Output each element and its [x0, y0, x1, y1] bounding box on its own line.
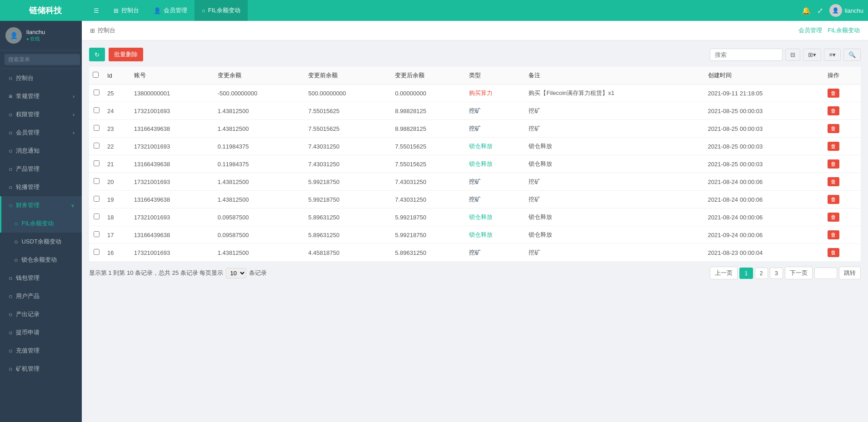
row-delete-button[interactable]: 🗑	[828, 248, 839, 257]
user-info[interactable]: 👤 lianchu	[829, 4, 863, 17]
row-checkbox[interactable]	[94, 160, 100, 166]
col-created: 创建时间	[704, 67, 824, 84]
bell-icon[interactable]: 🔔	[802, 6, 811, 15]
sidebar-item-fil-balance[interactable]: ○ FIL余额变动	[0, 214, 82, 233]
row-checkbox[interactable]	[94, 143, 100, 149]
select-all-checkbox[interactable]	[93, 72, 99, 78]
row-type: 挖矿	[465, 244, 525, 262]
sidebar-item-user-products[interactable]: ○ 用户产品	[0, 287, 82, 305]
refresh-button[interactable]: ↻	[89, 48, 105, 61]
circle-icon: ○	[9, 129, 12, 136]
table-row: 24 17321001693 1.43812500 7.55015625 8.9…	[89, 102, 861, 120]
sidebar-item-carousel[interactable]: ○ 轮播管理	[0, 178, 82, 196]
brand-logo: 链储科技	[5, 5, 86, 16]
column-settings-button[interactable]: ⊟	[785, 49, 800, 61]
row-id: 20	[104, 173, 130, 191]
sidebar-item-permissions[interactable]: ○ 权限管理 ›	[0, 105, 82, 124]
toolbar-right: ⊟ ⊞▾ ≡▾ 🔍	[710, 49, 861, 61]
row-delete-button[interactable]: 🗑	[828, 230, 839, 239]
sidebar-item-recharge[interactable]: ○ 充值管理	[0, 342, 82, 360]
sidebar-item-dashboard[interactable]: ○ 控制台	[0, 69, 82, 87]
chevron-icon: ∨	[71, 203, 75, 209]
type-badge: 挖矿	[469, 178, 481, 185]
toolbar-left: ↻ 批量删除	[89, 48, 143, 61]
nav-item-fil[interactable]: ○ FIL余额变动	[195, 0, 248, 21]
row-delete-button[interactable]: 🗑	[828, 124, 839, 133]
sidebar-item-wallet[interactable]: ○ 钱包管理	[0, 269, 82, 287]
row-remark: 购买【Filecoin满存算力租赁】x1	[525, 84, 704, 102]
type-badge: 挖矿	[469, 107, 481, 114]
page-1-button[interactable]: 1	[739, 268, 753, 279]
row-checkbox[interactable]	[94, 231, 100, 237]
nav-fil-label: FIL余额变动	[208, 6, 240, 15]
table-row: 18 17321001693 0.09587500 5.89631250 5.9…	[89, 209, 861, 226]
row-after: 5.89631250	[391, 244, 465, 262]
sidebar-item-member-mgmt[interactable]: ○ 会员管理 ›	[0, 124, 82, 142]
sidebar-item-miners[interactable]: ○ 矿机管理	[0, 360, 82, 378]
row-checkbox[interactable]	[94, 213, 100, 219]
row-checkbox[interactable]	[94, 125, 100, 131]
row-remark: 锁仓释放	[525, 155, 704, 173]
prev-page-button[interactable]: 上一页	[710, 267, 738, 279]
chevron-icon: ›	[73, 94, 75, 99]
row-checkbox[interactable]	[94, 89, 100, 95]
row-delete-button[interactable]: 🗑	[828, 177, 839, 186]
sidebar-avatar: 👤	[5, 27, 22, 44]
sidebar-item-notifications[interactable]: ○ 消息通知	[0, 142, 82, 160]
page-2-button[interactable]: 2	[755, 268, 768, 279]
view-toggle-button[interactable]: ⊞▾	[803, 49, 821, 61]
row-type: 锁仓释放	[465, 138, 525, 155]
next-page-button[interactable]: 下一页	[785, 267, 813, 279]
sidebar-item-produce-records[interactable]: ○ 产出记录	[0, 305, 82, 323]
row-type: 挖矿	[465, 120, 525, 138]
jump-button[interactable]: 跳转	[839, 267, 861, 279]
jump-input[interactable]	[814, 268, 837, 279]
row-change: 0.11984375	[214, 155, 304, 173]
table-row: 25 13800000001 -500.00000000 500.0000000…	[89, 84, 861, 102]
circle-icon: ○	[9, 311, 12, 318]
row-checkbox[interactable]	[94, 249, 100, 255]
menu-icon: ☰	[94, 7, 99, 14]
sidebar-search-input[interactable]	[5, 54, 80, 65]
sidebar-item-usdt-balance[interactable]: ○ USDT余额变动	[0, 233, 82, 251]
type-badge: 挖矿	[469, 125, 481, 132]
row-checkbox[interactable]	[94, 196, 100, 202]
breadcrumb-members-link[interactable]: 会员管理	[798, 26, 822, 35]
toolbar: ↻ 批量删除 ⊟ ⊞▾ ≡▾ 🔍	[89, 48, 861, 61]
row-id: 18	[104, 209, 130, 226]
row-delete-button[interactable]: 🗑	[828, 142, 839, 151]
circle-icon: ○	[9, 202, 12, 209]
sidebar-item-finance[interactable]: ○ 财务管理 ∨	[0, 196, 82, 214]
row-delete-button[interactable]: 🗑	[828, 106, 839, 115]
row-delete-button[interactable]: 🗑	[828, 213, 839, 222]
row-remark: 锁仓释放	[525, 138, 704, 155]
sidebar-item-withdraw[interactable]: ○ 提币申请	[0, 323, 82, 342]
row-id: 24	[104, 102, 130, 120]
row-action: 🗑	[824, 226, 861, 244]
row-delete-button[interactable]: 🗑	[828, 89, 839, 98]
row-checkbox[interactable]	[94, 107, 100, 113]
page-size-select[interactable]: 10 20 50	[226, 268, 246, 278]
row-delete-button[interactable]: 🗑	[828, 195, 839, 204]
sidebar-item-products[interactable]: ○ 产品管理	[0, 160, 82, 178]
table-search-input[interactable]	[710, 49, 783, 61]
nav-item-menu[interactable]: ☰	[86, 0, 106, 21]
sidebar-search-box: 🔍	[0, 50, 82, 69]
nav-item-members[interactable]: 👤 会员管理	[146, 0, 195, 21]
row-delete-button[interactable]: 🗑	[828, 159, 839, 169]
batch-delete-button[interactable]: 批量删除	[109, 48, 143, 61]
table-row: 20 17321001693 1.43812500 5.99218750 7.4…	[89, 173, 861, 191]
sidebar-item-lock-balance[interactable]: ○ 锁仓余额变动	[0, 251, 82, 269]
circle-icon: ○	[9, 329, 12, 336]
search-btn[interactable]: 🔍	[843, 49, 861, 61]
expand-icon[interactable]: ⤢	[817, 6, 823, 15]
row-change: 1.43812500	[214, 120, 304, 138]
row-checkbox[interactable]	[94, 178, 100, 184]
breadcrumb-fil-link[interactable]: FIL余额变动	[828, 26, 860, 35]
row-action: 🗑	[824, 173, 861, 191]
nav-item-dashboard[interactable]: ⊞ 控制台	[106, 0, 146, 21]
filter-button[interactable]: ≡▾	[824, 49, 841, 61]
row-after: 8.98828125	[391, 120, 465, 138]
sidebar-item-general[interactable]: ≡ 常规管理 ›	[0, 87, 82, 105]
page-3-button[interactable]: 3	[770, 268, 783, 279]
